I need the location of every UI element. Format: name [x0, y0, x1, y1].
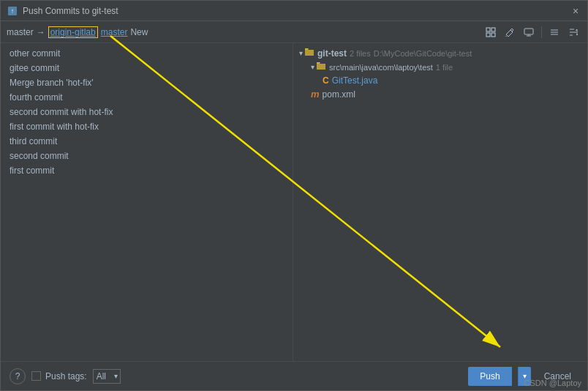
new-label: New [130, 27, 148, 37]
list-item[interactable]: third commit [1, 134, 293, 149]
git-test-name: git-test [317, 48, 347, 59]
main-content: other commit gitee commit Merge branch '… [1, 43, 587, 361]
cancel-button[interactable]: Cancel [537, 367, 578, 386]
push-button[interactable]: Push [468, 367, 511, 386]
dialog-icon: ↑ [7, 5, 18, 17]
push-commits-dialog: ↑ Push Commits to git-test × master → or… [0, 0, 588, 391]
list-item[interactable]: gitee commit [1, 61, 293, 75]
group-button[interactable] [546, 24, 562, 40]
svg-rect-6 [524, 29, 533, 34]
subdir-name: src\main\java\com\laptoy\test [329, 63, 433, 72]
push-tags-checkbox[interactable] [31, 371, 41, 381]
svg-text:↑: ↑ [11, 7, 15, 15]
bottom-bar: ? Push tags: All ▾ Push ▾ Cancel [1, 361, 587, 390]
sort-button[interactable] [565, 24, 581, 40]
current-branch-label: master [7, 27, 34, 37]
close-button[interactable]: × [570, 5, 581, 17]
branch-area: master → origin-gitlab master New [7, 26, 483, 38]
edit-button[interactable] [502, 24, 518, 40]
remote-branch-link[interactable]: origin-gitlab [48, 26, 98, 38]
chevron-icon: ▾ [311, 63, 314, 71]
tree-file-java[interactable]: C GitTest.java [293, 74, 587, 87]
xml-file-name: pom.xml [323, 89, 355, 100]
target-branch-link[interactable]: master [101, 27, 128, 37]
tree-file-xml[interactable]: m pom.xml [293, 87, 587, 101]
xml-prefix-icon: m [311, 89, 320, 100]
toolbar-right [483, 24, 581, 40]
list-item[interactable]: first commit [1, 163, 293, 178]
commits-panel: other commit gitee commit Merge branch '… [1, 43, 293, 361]
chevron-icon: ▾ [299, 49, 303, 57]
title-bar: ↑ Push Commits to git-test × [1, 1, 587, 21]
monitor-button[interactable] [521, 24, 537, 40]
toolbar-row: master → origin-gitlab master New [1, 21, 587, 43]
file-path: D:\MyCode\GitCode\git-test [374, 49, 472, 58]
subfolder-icon [316, 62, 326, 72]
java-prefix-icon: C [323, 75, 329, 86]
svg-rect-5 [491, 33, 495, 37]
list-item[interactable]: first commit with hot-fix [1, 119, 293, 134]
toolbar-divider [541, 26, 542, 38]
branch-separator: → [37, 27, 45, 37]
tags-dropdown[interactable]: All [93, 369, 121, 384]
java-file-name: GitTest.java [332, 75, 378, 86]
tree-subdir[interactable]: ▾ src\main\java\com\laptoy\test 1 file [293, 60, 587, 74]
tree-root[interactable]: ▾ git-test 2 files D:\MyCode\GitCode\git… [293, 46, 587, 60]
list-item[interactable]: second commit with hot-fix [1, 105, 293, 119]
list-item[interactable]: second commit [1, 149, 293, 163]
svg-rect-3 [491, 28, 495, 31]
list-item[interactable]: Merge branch 'hot-fix' [1, 75, 293, 90]
subdir-file-count: 1 file [436, 63, 453, 72]
push-dropdown-button[interactable]: ▾ [518, 367, 531, 386]
push-tags-label: Push tags: [45, 371, 87, 381]
list-item[interactable]: fourth commit [1, 90, 293, 105]
push-tags-area: Push tags: [31, 371, 87, 381]
svg-rect-4 [486, 33, 490, 37]
dialog-title: Push Commits to git-test [23, 6, 570, 16]
help-button[interactable]: ? [10, 368, 26, 384]
file-count: 2 files [350, 49, 371, 58]
tags-dropdown-wrapper[interactable]: All ▾ [93, 369, 121, 384]
folder-icon [304, 48, 314, 59]
list-item[interactable]: other commit [1, 46, 293, 61]
file-tree-panel: ▾ git-test 2 files D:\MyCode\GitCode\git… [293, 43, 587, 361]
svg-rect-2 [486, 28, 490, 31]
expand-button[interactable] [483, 24, 499, 40]
